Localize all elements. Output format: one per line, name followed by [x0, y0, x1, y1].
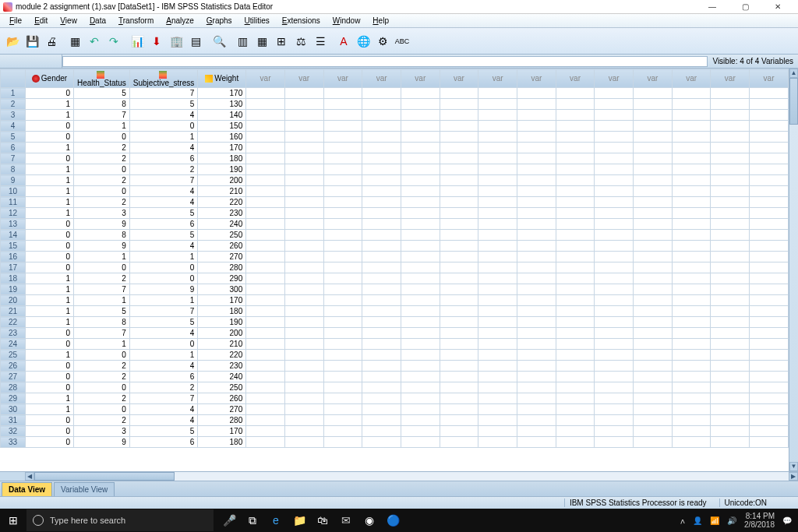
empty-cell[interactable]	[284, 295, 323, 306]
empty-cell[interactable]	[750, 99, 789, 110]
empty-cell[interactable]	[440, 317, 478, 328]
empty-cell[interactable]	[672, 132, 711, 143]
empty-col-header[interactable]: var	[595, 69, 634, 88]
empty-cell[interactable]	[440, 99, 478, 110]
empty-cell[interactable]	[750, 284, 789, 295]
empty-cell[interactable]	[323, 143, 362, 153]
empty-cell[interactable]	[478, 262, 517, 273]
empty-cell[interactable]	[595, 121, 634, 132]
empty-cell[interactable]	[440, 230, 478, 241]
data-cell[interactable]: 1	[26, 110, 74, 121]
row-header[interactable]: 3	[1, 110, 26, 121]
data-cell[interactable]: 7	[129, 88, 197, 99]
data-cell[interactable]: 9	[74, 437, 130, 448]
data-cell[interactable]: 290	[198, 273, 246, 284]
data-cell[interactable]: 1	[26, 175, 74, 186]
empty-cell[interactable]	[246, 426, 285, 437]
empty-cell[interactable]	[517, 393, 556, 404]
empty-cell[interactable]	[750, 426, 789, 437]
data-cell[interactable]: 200	[198, 175, 246, 186]
empty-cell[interactable]	[284, 372, 323, 382]
empty-cell[interactable]	[595, 230, 634, 241]
row-header[interactable]: 31	[1, 415, 26, 426]
empty-cell[interactable]	[401, 132, 440, 143]
empty-cell[interactable]	[478, 317, 517, 328]
empty-cell[interactable]	[517, 121, 556, 132]
empty-cell[interactable]	[401, 230, 440, 241]
scroll-down-icon[interactable]: ▼	[789, 462, 798, 471]
empty-cell[interactable]	[711, 132, 750, 143]
empty-cell[interactable]	[478, 252, 517, 262]
data-cell[interactable]: 0	[26, 361, 74, 372]
empty-cell[interactable]	[440, 426, 478, 437]
empty-cell[interactable]	[323, 132, 362, 143]
empty-cell[interactable]	[556, 241, 595, 252]
data-cell[interactable]: 9	[74, 219, 130, 230]
data-cell[interactable]: 1	[26, 99, 74, 110]
empty-cell[interactable]	[440, 284, 478, 295]
row-header[interactable]: 7	[1, 153, 26, 164]
empty-cell[interactable]	[246, 241, 285, 252]
row-header[interactable]: 1	[1, 88, 26, 99]
empty-cell[interactable]	[672, 382, 711, 393]
empty-cell[interactable]	[517, 88, 556, 99]
data-cell[interactable]: 5	[129, 230, 197, 241]
empty-cell[interactable]	[750, 164, 789, 175]
data-cell[interactable]: 260	[198, 241, 246, 252]
empty-cell[interactable]	[478, 415, 517, 426]
empty-cell[interactable]	[440, 372, 478, 382]
empty-cell[interactable]	[556, 437, 595, 448]
empty-cell[interactable]	[517, 317, 556, 328]
empty-cell[interactable]	[750, 328, 789, 339]
empty-cell[interactable]	[246, 88, 285, 99]
empty-cell[interactable]	[401, 143, 440, 153]
empty-cell[interactable]	[634, 143, 673, 153]
empty-cell[interactable]	[246, 164, 285, 175]
data-cell[interactable]: 1	[74, 295, 130, 306]
goto-case-icon[interactable]: 📊	[128, 32, 147, 51]
empty-cell[interactable]	[711, 393, 750, 404]
empty-cell[interactable]	[711, 230, 750, 241]
data-cell[interactable]: 4	[129, 186, 197, 197]
empty-cell[interactable]	[711, 306, 750, 317]
empty-cell[interactable]	[750, 197, 789, 208]
empty-cell[interactable]	[517, 437, 556, 448]
data-cell[interactable]: 0	[129, 121, 197, 132]
empty-cell[interactable]	[323, 393, 362, 404]
empty-cell[interactable]	[711, 153, 750, 164]
data-cell[interactable]: 1	[74, 252, 130, 262]
empty-cell[interactable]	[362, 295, 401, 306]
empty-cell[interactable]	[284, 132, 323, 143]
empty-cell[interactable]	[246, 284, 285, 295]
empty-cell[interactable]	[517, 328, 556, 339]
empty-cell[interactable]	[595, 143, 634, 153]
empty-cell[interactable]	[401, 219, 440, 230]
empty-cell[interactable]	[556, 153, 595, 164]
file-explorer-icon[interactable]: 📁	[288, 509, 310, 531]
empty-cell[interactable]	[323, 382, 362, 393]
empty-cell[interactable]	[401, 426, 440, 437]
empty-cell[interactable]	[595, 175, 634, 186]
empty-cell[interactable]	[634, 186, 673, 197]
row-header[interactable]: 26	[1, 361, 26, 372]
empty-cell[interactable]	[478, 426, 517, 437]
empty-cell[interactable]	[556, 361, 595, 372]
empty-cell[interactable]	[595, 350, 634, 361]
empty-cell[interactable]	[517, 361, 556, 372]
data-cell[interactable]: 1	[26, 295, 74, 306]
empty-cell[interactable]	[284, 99, 323, 110]
empty-cell[interactable]	[672, 219, 711, 230]
scroll-right-icon[interactable]: ▶	[789, 472, 798, 481]
empty-cell[interactable]	[517, 382, 556, 393]
empty-cell[interactable]	[750, 361, 789, 372]
empty-cell[interactable]	[556, 197, 595, 208]
empty-col-header[interactable]: var	[711, 69, 750, 88]
empty-cell[interactable]	[401, 110, 440, 121]
row-header[interactable]: 10	[1, 186, 26, 197]
empty-cell[interactable]	[750, 339, 789, 350]
data-cell[interactable]: 2	[129, 164, 197, 175]
empty-cell[interactable]	[517, 230, 556, 241]
data-cell[interactable]: 0	[74, 262, 130, 273]
empty-cell[interactable]	[284, 164, 323, 175]
empty-cell[interactable]	[323, 252, 362, 262]
